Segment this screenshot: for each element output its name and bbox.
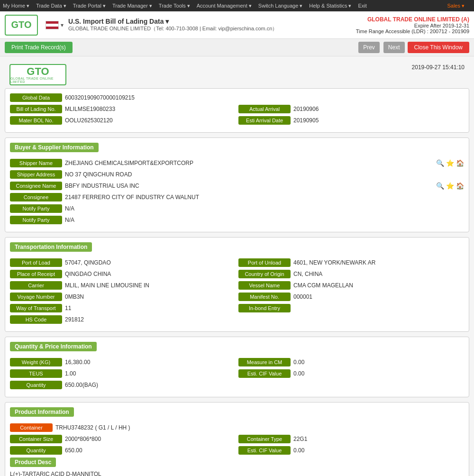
voyage-number-label: Voyage Number <box>10 293 62 301</box>
consignee-label: Consignee <box>10 193 62 201</box>
product-desc-section: Product Desc L(+)-TARTARIC ACID D-MANNIT… <box>10 458 464 476</box>
nav-trademanager[interactable]: Trade Manager ▾ <box>112 3 152 9</box>
next-top-button[interactable]: Next <box>383 42 405 53</box>
nav-switchlanguage[interactable]: Switch Language ▾ <box>258 3 302 9</box>
port-unload-label: Port of Unload <box>238 258 291 267</box>
carrier-vessel-row: Carrier MLIL, MAIN LINE LIMOUSINE IN Ves… <box>10 281 464 290</box>
nav-accountmanagement[interactable]: Account Management ▾ <box>197 3 252 9</box>
top-action-bar: Print Trade Record(s) Prev Next Close Th… <box>0 39 474 56</box>
voyage-number-value: 0MB3N <box>65 293 236 300</box>
esti-arrival-pair: Esti Arrival Date 20190905 <box>238 116 464 125</box>
way-transport-label: Way of Transport <box>10 304 62 312</box>
quantity2-label: Quantity <box>10 446 62 455</box>
notify-party1-label: Notify Party <box>10 204 62 213</box>
hs-code-label: HS Code <box>10 315 62 324</box>
shipper-home-icon[interactable]: 🏠 <box>456 159 464 167</box>
expire-date: Expire After 2019-12-31 <box>356 23 469 28</box>
manifest-no-value: 000001 <box>293 293 464 300</box>
teus-cif-row: TEUS 1.00 Esti. CIF Value 0.00 <box>10 369 464 378</box>
way-transport-value: 11 <box>65 305 236 311</box>
teus-label: TEUS <box>10 369 62 378</box>
report-logo: GTO GLOBAL TRADE ONLINE LIMITED <box>9 64 66 85</box>
shipper-search-icon[interactable]: 🔍 <box>436 159 444 167</box>
shipper-star-icon[interactable]: ⭐ <box>446 159 454 167</box>
nav-exit[interactable]: Exit <box>358 3 366 9</box>
quantity2-cif2-row: Quantity 650.00 Esti. CIF Value 0.00 <box>10 446 464 455</box>
consignee-name-value: BBFY INDUSTRIAL USA INC <box>65 183 433 189</box>
container-value: TRHU3748232 ( G1 / L / HH ) <box>55 424 464 431</box>
inbond-entry-label: In-bond Entry <box>238 304 291 312</box>
weight-label: Weight (KG) <box>10 358 62 366</box>
esti-arrival-value: 20190905 <box>293 117 464 124</box>
container-size-type-row: Container Size 2000*806*800 Container Ty… <box>10 435 464 443</box>
global-data-value: 6003201909070000109215 <box>65 94 464 101</box>
notify-party2-row: Notify Party N/A <box>10 216 464 224</box>
hs-code-value: 291812 <box>65 316 464 323</box>
place-receipt-value: QINGDAO CHINA <box>65 271 236 277</box>
header-info: U.S. Import Bill of Lading Data ▾ GLOBAL… <box>68 18 356 32</box>
nav-sales[interactable]: Sales ▾ <box>447 3 465 9</box>
nav-tradetools[interactable]: Trade Tools ▾ <box>159 3 190 9</box>
consignee-icons: 🔍 ⭐ 🏠 <box>436 182 464 190</box>
weight-measure-row: Weight (KG) 16,380.00 Measure in CM 0.00 <box>10 358 464 366</box>
product-header-wrapper: Product Information <box>10 407 464 421</box>
global-data-row: Global Data 6003201909070000109215 <box>10 93 464 102</box>
quantity-value: 650.00(BAG) <box>65 382 464 388</box>
transport-header-wrapper: Transportation Information <box>10 242 464 256</box>
consignee-star-icon[interactable]: ⭐ <box>446 182 454 190</box>
transport-inbond-row: Way of Transport 11 In-bond Entry <box>10 304 464 312</box>
global-data-label: Global Data <box>10 93 62 102</box>
port-load-value: 57047, QINGDAO <box>65 259 236 266</box>
consignee-name-row: Consignee Name BBFY INDUSTRIAL USA INC 🔍… <box>10 182 464 190</box>
consignee-search-icon[interactable]: 🔍 <box>436 182 444 190</box>
product-section-header: Product Information <box>10 407 74 417</box>
notify-party2-value: N/A <box>65 217 464 223</box>
nav-myhome[interactable]: My Home ▾ <box>3 3 29 9</box>
report-header: GTO GLOBAL TRADE ONLINE LIMITED 2019-09-… <box>0 59 474 88</box>
shipper-addr-value: NO 37 QINGCHUN ROAD <box>65 171 464 178</box>
notify-party1-row: Notify Party N/A <box>10 204 464 213</box>
consignee-value: 21487 FERRERO CITY OF INDUSTRY CA WALNUT <box>65 194 464 201</box>
voyage-pair: Voyage Number 0MB3N <box>10 293 236 301</box>
container-type-value: 22G1 <box>293 436 464 442</box>
flag-icon <box>46 21 59 29</box>
port-load-pair: Port of Load 57047, QINGDAO <box>10 258 236 267</box>
country-origin-label: Country of Origin <box>238 270 291 278</box>
carrier-label: Carrier <box>10 281 62 290</box>
notify-party1-value: N/A <box>65 205 464 212</box>
bol-pair: Bill of Lading No. MLILMSE19080233 <box>10 105 236 113</box>
container-type-pair: Container Type 22G1 <box>238 435 464 443</box>
quantity-header-wrapper: Quantity & Price Information <box>10 342 464 355</box>
close-top-button[interactable]: Close This Window <box>408 42 469 53</box>
nav-buttons-top: Prev Next Close This Window <box>357 42 469 53</box>
consignee-home-icon[interactable]: 🏠 <box>456 182 464 190</box>
container-size-label: Container Size <box>10 435 62 443</box>
weight-pair: Weight (KG) 16,380.00 <box>10 358 236 366</box>
header-right: GLOBAL TRADE ONLINE LIMITED (A) Expire A… <box>356 16 469 34</box>
mater-bol-pair: Mater BOL No. OOLU2625302120 <box>10 116 236 125</box>
esti-cif2-value: 0.00 <box>293 447 464 454</box>
bol-label: Bill of Lading No. <box>10 105 62 113</box>
container-type-label: Container Type <box>238 435 291 443</box>
flag-dropdown[interactable]: ▾ <box>61 22 64 28</box>
shipper-addr-label: Shipper Address <box>10 170 62 179</box>
top-nav: My Home ▾ Trade Data ▾ Trade Portal ▾ Tr… <box>0 0 474 11</box>
product-desc-label: Product Desc <box>10 458 56 467</box>
weight-value: 16,380.00 <box>65 359 236 366</box>
carrier-value: MLIL, MAIN LINE LIMOUSINE IN <box>65 282 236 289</box>
logo: GTO <box>5 15 38 36</box>
nav-tradeportal[interactable]: Trade Portal ▾ <box>73 3 106 9</box>
prev-top-button[interactable]: Prev <box>358 42 380 53</box>
manifest-no-label: Manifest No. <box>238 293 291 301</box>
vessel-pair: Vessel Name CMA CGM MAGELLAN <box>238 281 464 290</box>
quantity-row: Quantity 650.00(BAG) <box>10 381 464 389</box>
nav-help[interactable]: Help & Statistics ▾ <box>309 3 351 9</box>
carrier-pair: Carrier MLIL, MAIN LINE LIMOUSINE IN <box>10 281 236 290</box>
nav-tradedata[interactable]: Trade Data ▾ <box>36 3 66 9</box>
shipper-name-value: ZHEJIANG CHEMICALSIMPORT&EXPORTCORP <box>65 160 433 166</box>
consignee-name-label: Consignee Name <box>10 182 62 190</box>
print-top-button[interactable]: Print Trade Record(s) <box>5 42 73 53</box>
country-origin-pair: Country of Origin CN, CHINA <box>238 270 464 278</box>
way-transport-pair: Way of Transport 11 <box>10 304 236 312</box>
place-receipt-label: Place of Receipt <box>10 270 62 278</box>
